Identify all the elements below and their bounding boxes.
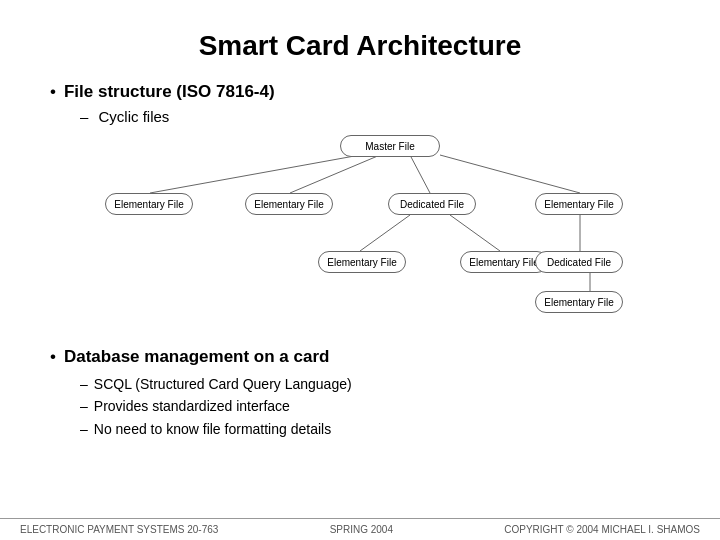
- dedicated-file-node-1: Dedicated File: [388, 193, 476, 215]
- bullet-dot-2: •: [50, 347, 56, 367]
- footer-center: SPRING 2004: [330, 524, 393, 535]
- svg-line-3: [440, 155, 580, 193]
- elem-file-node-3: Elementary File: [535, 193, 623, 215]
- elem-file-node-2: Elementary File: [245, 193, 333, 215]
- elem-file-node-6: Elementary File: [535, 291, 623, 313]
- master-file-node: Master File: [340, 135, 440, 157]
- tree-diagram: Master File Elementary File Elementary F…: [50, 133, 670, 333]
- svg-line-1: [290, 155, 380, 193]
- bullet-dot-1: •: [50, 82, 56, 102]
- section1-sub: – Cyclic files: [80, 108, 670, 125]
- section1: • File structure (ISO 7816-4) – Cyclic f…: [50, 82, 670, 125]
- svg-line-4: [360, 215, 410, 251]
- footer-right: COPYRIGHT © 2004 MICHAEL I. SHAMOS: [504, 524, 700, 535]
- dedicated-file-node-2: Dedicated File: [535, 251, 623, 273]
- page-title: Smart Card Architecture: [50, 30, 670, 62]
- db-sub-2: –Provides standardized interface: [80, 395, 670, 417]
- db-sub-1: –SCQL (Structured Card Query Language): [80, 373, 670, 395]
- footer-left: ELECTRONIC PAYMENT SYSTEMS 20-763: [20, 524, 218, 535]
- section2-subs: –SCQL (Structured Card Query Language) –…: [80, 373, 670, 440]
- section2-title: Database management on a card: [64, 347, 329, 367]
- elem-file-node-4: Elementary File: [318, 251, 406, 273]
- section1-title: File structure (ISO 7816-4): [64, 82, 275, 102]
- svg-line-2: [410, 155, 430, 193]
- elem-file-node-1: Elementary File: [105, 193, 193, 215]
- section2: • Database management on a card –SCQL (S…: [50, 347, 670, 440]
- slide: Smart Card Architecture • File structure…: [0, 0, 720, 540]
- svg-line-0: [150, 155, 360, 193]
- footer: ELECTRONIC PAYMENT SYSTEMS 20-763 SPRING…: [0, 518, 720, 540]
- db-sub-3: –No need to know file formatting details: [80, 418, 670, 440]
- svg-line-5: [450, 215, 500, 251]
